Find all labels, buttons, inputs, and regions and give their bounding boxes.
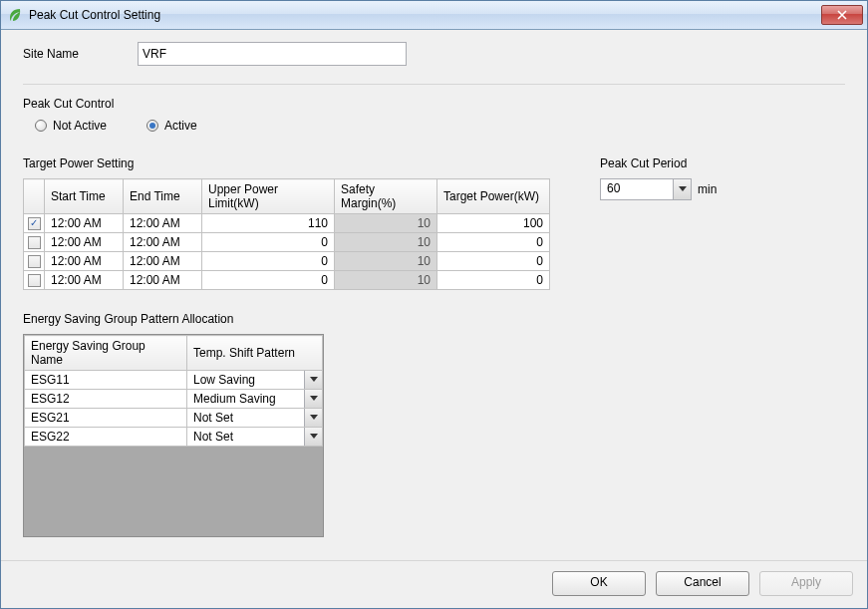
peak-cut-period-value: 60: [601, 179, 673, 199]
cell-upper-power-limit[interactable]: 0: [202, 271, 335, 290]
table-row: ESG21Not Set: [25, 409, 323, 428]
cell-esg-pattern[interactable]: Medium Saving: [187, 390, 323, 409]
titlebar: Peak Cut Control Setting: [1, 1, 867, 30]
peak-cut-period-section: Peak Cut Period 60 min: [600, 156, 717, 200]
site-name-label: Site Name: [23, 47, 138, 61]
cancel-button[interactable]: Cancel: [656, 571, 749, 596]
cell-esg-name: ESG12: [25, 390, 187, 409]
pattern-value: Low Saving: [187, 371, 304, 389]
cell-esg-pattern[interactable]: Low Saving: [187, 371, 323, 390]
col-header-esg-name: Energy Saving Group Name: [25, 336, 187, 371]
cell-esg-pattern[interactable]: Not Set: [187, 428, 323, 447]
chevron-down-icon: [304, 390, 322, 408]
table-row: ESG22Not Set: [25, 428, 323, 447]
peak-cut-period-row: 60 min: [600, 178, 717, 200]
peak-cut-control-label: Peak Cut Control: [23, 97, 845, 111]
cell-esg-name: ESG21: [25, 409, 187, 428]
table-row: ESG11Low Saving: [25, 371, 323, 390]
cell-upper-power-limit[interactable]: 0: [202, 233, 335, 252]
table-row: 12:00 AM12:00 AM0100: [24, 252, 550, 271]
cell-upper-power-limit[interactable]: 110: [202, 214, 335, 233]
cell-target-power[interactable]: 0: [437, 271, 550, 290]
radio-not-active-indicator: [35, 120, 47, 132]
col-header-upl: Upper Power Limit(kW): [202, 179, 335, 214]
row-checkbox[interactable]: [28, 236, 41, 249]
peak-cut-period-label: Peak Cut Period: [600, 156, 717, 170]
cell-end-time[interactable]: 12:00 AM: [124, 233, 202, 252]
chevron-down-icon: [673, 179, 691, 199]
cell-start-time[interactable]: 12:00 AM: [45, 271, 124, 290]
pattern-value: Not Set: [187, 428, 304, 446]
cell-target-power[interactable]: 100: [437, 214, 550, 233]
two-column-area: Target Power Setting Start Time End Time…: [23, 156, 845, 290]
cell-end-time[interactable]: 12:00 AM: [124, 214, 202, 233]
radio-active[interactable]: Active: [146, 119, 197, 133]
col-header-sm: Safety Margin(%): [335, 179, 437, 214]
site-name-input[interactable]: [138, 42, 407, 66]
apply-button[interactable]: Apply: [759, 571, 853, 596]
peak-cut-period-unit: min: [698, 182, 717, 196]
cell-safety-margin: 10: [335, 271, 437, 290]
table-row: ESG12Medium Saving: [25, 390, 323, 409]
chevron-down-icon: [304, 371, 322, 389]
cell-start-time[interactable]: 12:00 AM: [45, 214, 124, 233]
leaf-icon: [7, 7, 23, 23]
target-power-table: Start Time End Time Upper Power Limit(kW…: [23, 178, 550, 290]
col-header-start: Start Time: [45, 179, 124, 214]
divider: [23, 84, 845, 85]
peak-cut-control-radios: Not Active Active: [35, 119, 845, 133]
table-header-row: Start Time End Time Upper Power Limit(kW…: [24, 179, 550, 214]
cell-target-power[interactable]: 0: [437, 233, 550, 252]
cell-start-time[interactable]: 12:00 AM: [45, 252, 124, 271]
cell-end-time[interactable]: 12:00 AM: [124, 271, 202, 290]
cell-esg-pattern[interactable]: Not Set: [187, 409, 323, 428]
cell-safety-margin: 10: [335, 252, 437, 271]
col-header-esg-pattern: Temp. Shift Pattern: [187, 336, 323, 371]
cell-upper-power-limit[interactable]: 0: [202, 252, 335, 271]
col-header-tp: Target Power(kW): [437, 179, 550, 214]
radio-active-indicator: [146, 120, 158, 132]
dialog-body: Site Name Peak Cut Control Not Active Ac…: [1, 30, 867, 560]
col-header-check: [24, 179, 45, 214]
pattern-value: Medium Saving: [187, 390, 304, 408]
window: Peak Cut Control Setting Site Name Peak …: [0, 0, 868, 609]
window-title: Peak Cut Control Setting: [29, 8, 821, 22]
radio-not-active[interactable]: Not Active: [35, 119, 107, 133]
cell-end-time[interactable]: 12:00 AM: [124, 252, 202, 271]
energy-saving-group-label: Energy Saving Group Pattern Allocation: [23, 312, 845, 326]
target-power-setting-label: Target Power Setting: [23, 156, 550, 170]
dialog-footer: OK Cancel Apply: [1, 560, 867, 608]
energy-saving-group-table-wrap: Energy Saving Group Name Temp. Shift Pat…: [23, 334, 324, 537]
cell-target-power[interactable]: 0: [437, 252, 550, 271]
cell-esg-name: ESG22: [25, 428, 187, 447]
table-row: 12:00 AM12:00 AM0100: [24, 233, 550, 252]
energy-saving-group-table: Energy Saving Group Name Temp. Shift Pat…: [24, 335, 323, 447]
table-empty-area: [24, 447, 323, 536]
table-header-row: Energy Saving Group Name Temp. Shift Pat…: [25, 336, 323, 371]
peak-cut-period-combo[interactable]: 60: [600, 178, 692, 200]
row-checkbox[interactable]: [28, 255, 41, 268]
col-header-end: End Time: [124, 179, 202, 214]
target-power-setting-section: Target Power Setting Start Time End Time…: [23, 156, 550, 290]
chevron-down-icon: [304, 409, 322, 427]
chevron-down-icon: [304, 428, 322, 446]
energy-saving-group-section: Energy Saving Group Pattern Allocation E…: [23, 312, 845, 537]
radio-not-active-label: Not Active: [53, 119, 107, 133]
ok-button[interactable]: OK: [552, 571, 646, 596]
cell-esg-name: ESG11: [25, 371, 187, 390]
cell-start-time[interactable]: 12:00 AM: [45, 233, 124, 252]
close-button[interactable]: [821, 5, 863, 25]
row-checkbox[interactable]: [28, 274, 41, 287]
site-name-row: Site Name: [23, 42, 845, 66]
row-checkbox[interactable]: [28, 217, 41, 230]
pattern-value: Not Set: [187, 409, 304, 427]
cell-safety-margin: 10: [335, 233, 437, 252]
cell-safety-margin: 10: [335, 214, 437, 233]
table-row: 12:00 AM12:00 AM0100: [24, 271, 550, 290]
table-row: 12:00 AM12:00 AM11010100: [24, 214, 550, 233]
radio-active-label: Active: [164, 119, 197, 133]
